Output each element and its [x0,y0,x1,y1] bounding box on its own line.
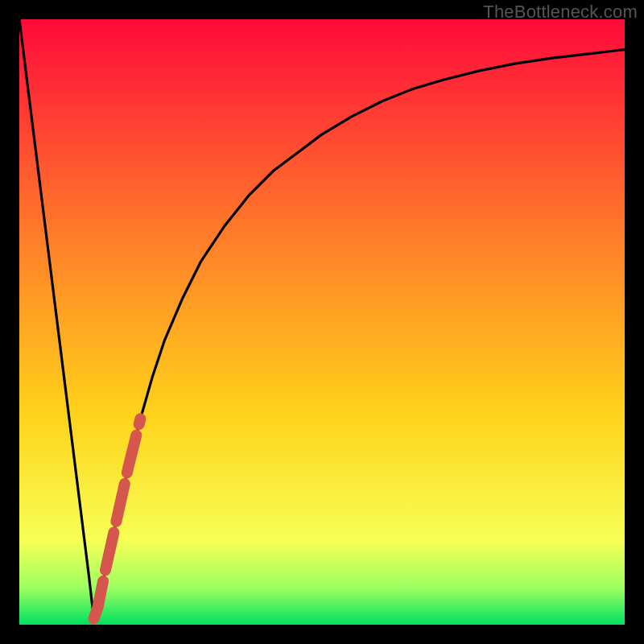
watermark-text: TheBottleneck.com [483,2,638,23]
chart-frame: TheBottleneck.com [0,0,644,644]
plot-area [19,19,625,625]
chart-svg [19,19,625,625]
